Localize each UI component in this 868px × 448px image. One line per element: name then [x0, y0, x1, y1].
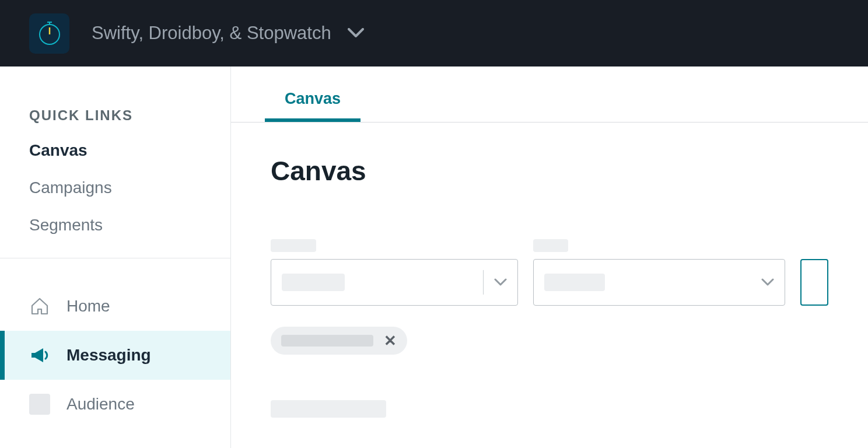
quick-links-section: QUICK LINKS Canvas Campaigns Segments — [0, 66, 230, 258]
tab-canvas[interactable]: Canvas — [265, 66, 360, 122]
quick-links-list: Canvas Campaigns Segments — [29, 141, 201, 235]
quick-link-segments[interactable]: Segments — [29, 216, 201, 235]
main-container: QUICK LINKS Canvas Campaigns Segments Ho… — [0, 66, 868, 448]
skeleton-value — [544, 274, 605, 291]
skeleton-value — [282, 274, 345, 291]
workspace-title: Swifty, Droidboy, & Stopwatch — [92, 23, 331, 44]
filter-select-1[interactable] — [271, 259, 518, 306]
chip-row: ✕ — [271, 327, 828, 355]
quick-links-heading: QUICK LINKS — [29, 107, 201, 124]
filters-row — [271, 239, 828, 306]
stopwatch-icon — [37, 20, 62, 46]
quick-link-canvas[interactable]: Canvas — [29, 141, 201, 160]
audience-icon — [29, 394, 50, 415]
nav-item-messaging[interactable]: Messaging — [0, 331, 230, 380]
megaphone-icon — [29, 345, 50, 366]
quick-link-campaigns[interactable]: Campaigns — [29, 178, 201, 197]
nav-item-home[interactable]: Home — [0, 282, 230, 331]
close-icon[interactable]: ✕ — [384, 333, 397, 348]
app-logo — [29, 13, 69, 54]
app-header: Swifty, Droidboy, & Stopwatch — [0, 0, 868, 66]
skeleton-chip-text — [281, 335, 373, 346]
chevron-down-icon — [761, 278, 774, 286]
filter-group-1 — [271, 239, 518, 306]
nav-label: Home — [66, 297, 110, 316]
skeleton-label — [271, 239, 316, 252]
content-area: Canvas Canvas — [231, 66, 868, 448]
chevron-down-icon — [348, 28, 364, 38]
nav-label: Audience — [66, 395, 135, 414]
filter-button-3[interactable] — [800, 259, 828, 306]
filter-group-2 — [533, 239, 785, 306]
tabs-bar: Canvas — [231, 66, 868, 123]
nav-item-audience[interactable]: Audience — [0, 380, 230, 429]
content-body: Canvas — [231, 123, 868, 448]
sidebar: QUICK LINKS Canvas Campaigns Segments Ho… — [0, 66, 231, 448]
filter-chip[interactable]: ✕ — [271, 327, 407, 355]
skeleton-label — [533, 239, 568, 252]
workspace-switcher[interactable]: Swifty, Droidboy, & Stopwatch — [92, 23, 364, 44]
chevron-down-icon — [494, 278, 507, 286]
nav-section: Home Messaging Audience — [0, 258, 230, 429]
home-icon — [29, 296, 50, 317]
divider — [483, 270, 484, 295]
nav-label: Messaging — [66, 346, 151, 365]
filter-select-2[interactable] — [533, 259, 785, 306]
page-title: Canvas — [271, 155, 828, 187]
spacer — [800, 239, 828, 252]
filter-group-3 — [800, 239, 828, 306]
skeleton-block — [271, 400, 386, 418]
